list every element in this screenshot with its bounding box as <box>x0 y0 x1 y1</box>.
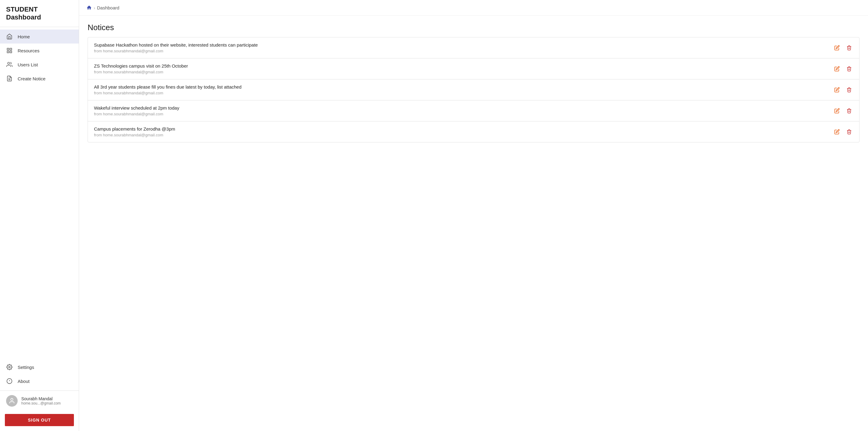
notice-row: ZS Technologies campus visit on 25th Oct… <box>88 58 859 80</box>
notice-from: from home.sourabhmandal@gmail.com <box>94 112 827 116</box>
breadcrumb: › Dashboard <box>79 0 868 16</box>
notice-row: All 3rd year students please fill you fi… <box>88 80 859 100</box>
sidebar-item-create-notice-label: Create Notice <box>18 76 45 81</box>
notice-text-col: ZS Technologies campus visit on 25th Oct… <box>94 63 827 74</box>
notice-title: Supabase Hackathon hosted on their websi… <box>94 42 827 48</box>
svg-rect-1 <box>10 49 12 50</box>
notice-actions <box>833 107 853 115</box>
notice-edit-button[interactable] <box>833 107 841 115</box>
avatar <box>6 395 18 407</box>
notice-row: Supabase Hackathon hosted on their websi… <box>88 37 859 58</box>
sidebar-item-about-label: About <box>18 379 30 384</box>
sidebar-item-users-list[interactable]: Users List <box>0 58 79 71</box>
svg-point-4 <box>8 62 10 64</box>
sidebar-item-create-notice[interactable]: Create Notice <box>0 71 79 86</box>
notice-edit-button[interactable] <box>833 86 841 94</box>
settings-icon <box>6 364 13 370</box>
notice-actions <box>833 128 853 136</box>
resources-icon <box>6 47 13 54</box>
notice-actions <box>833 44 853 52</box>
notice-delete-button[interactable] <box>845 128 853 136</box>
sidebar-item-users-list-label: Users List <box>18 62 38 67</box>
notice-row: Wakeful interview scheduled at 2pm today… <box>88 100 859 121</box>
notice-row: Campus placements for Zerodha @3pm from … <box>88 121 859 142</box>
user-section: Sourabh Mandal home.sou...@gmail.com <box>0 391 79 411</box>
svg-rect-0 <box>7 49 9 50</box>
app-title: STUDENT Dashboard <box>0 0 79 27</box>
notice-actions <box>833 65 853 73</box>
notices-heading: Notices <box>88 23 860 32</box>
notice-from: from home.sourabhmandal@gmail.com <box>94 91 827 95</box>
user-email: home.sou...@gmail.com <box>21 401 61 405</box>
main-content: › Dashboard Notices Supabase Hackathon h… <box>79 0 868 431</box>
notice-delete-button[interactable] <box>845 107 853 115</box>
notice-delete-button[interactable] <box>845 86 853 94</box>
user-info: Sourabh Mandal home.sou...@gmail.com <box>21 396 61 405</box>
sidebar: STUDENT Dashboard Home Resour <box>0 0 79 431</box>
notice-title: ZS Technologies campus visit on 25th Oct… <box>94 63 827 68</box>
notice-title: All 3rd year students please fill you fi… <box>94 84 827 89</box>
sidebar-nav-bottom: Settings About <box>0 360 79 391</box>
notice-text-col: Campus placements for Zerodha @3pm from … <box>94 126 827 137</box>
about-icon <box>6 378 13 384</box>
breadcrumb-label: Dashboard <box>97 5 119 10</box>
sidebar-item-home[interactable]: Home <box>0 30 79 44</box>
sidebar-item-settings-label: Settings <box>18 365 34 370</box>
users-icon <box>6 61 13 68</box>
notice-edit-button[interactable] <box>833 65 841 73</box>
notices-list: Supabase Hackathon hosted on their websi… <box>88 37 860 142</box>
svg-rect-2 <box>10 51 12 53</box>
sidebar-item-settings[interactable]: Settings <box>0 360 79 374</box>
create-notice-icon <box>6 75 13 82</box>
notice-edit-button[interactable] <box>833 44 841 52</box>
notice-from: from home.sourabhmandal@gmail.com <box>94 133 827 137</box>
notice-title: Campus placements for Zerodha @3pm <box>94 126 827 132</box>
notice-title: Wakeful interview scheduled at 2pm today <box>94 105 827 111</box>
home-icon <box>6 33 13 40</box>
notice-edit-button[interactable] <box>833 128 841 136</box>
sidebar-item-about[interactable]: About <box>0 374 79 388</box>
notice-delete-button[interactable] <box>845 65 853 73</box>
sidebar-item-resources-label: Resources <box>18 48 39 53</box>
notice-from: from home.sourabhmandal@gmail.com <box>94 70 827 74</box>
notice-text-col: Wakeful interview scheduled at 2pm today… <box>94 105 827 116</box>
notice-actions <box>833 86 853 94</box>
sidebar-item-home-label: Home <box>18 34 30 39</box>
breadcrumb-separator: › <box>94 5 95 10</box>
svg-point-11 <box>11 398 13 401</box>
svg-rect-3 <box>7 51 9 53</box>
notice-text-col: All 3rd year students please fill you fi… <box>94 84 827 95</box>
user-name: Sourabh Mandal <box>21 396 61 401</box>
svg-point-7 <box>9 367 10 368</box>
notice-text-col: Supabase Hackathon hosted on their websi… <box>94 42 827 53</box>
notice-from: from home.sourabhmandal@gmail.com <box>94 49 827 53</box>
notice-delete-button[interactable] <box>845 44 853 52</box>
home-breadcrumb-icon[interactable] <box>86 5 92 10</box>
signout-button[interactable]: SIGN OUT <box>5 414 74 426</box>
content-area: Notices Supabase Hackathon hosted on the… <box>79 16 868 150</box>
sidebar-nav-top: Home Resources <box>0 27 79 195</box>
sidebar-item-resources[interactable]: Resources <box>0 44 79 58</box>
